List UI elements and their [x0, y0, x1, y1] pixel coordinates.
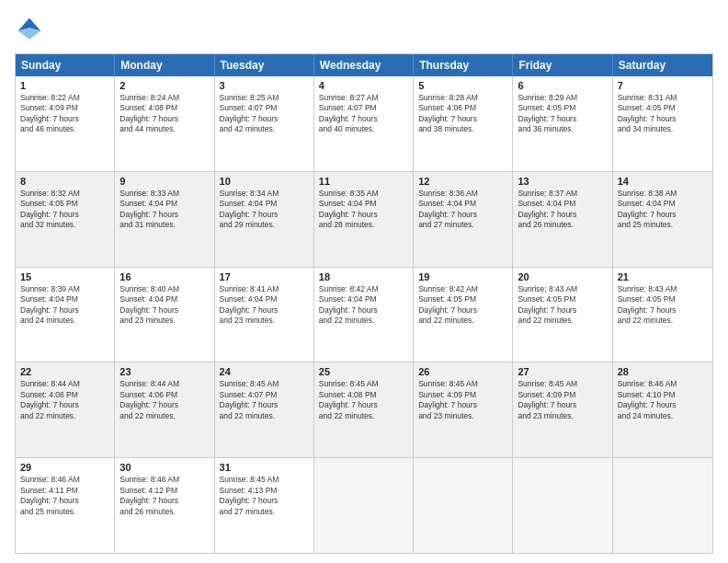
calendar-cell: 11Sunrise: 8:35 AM Sunset: 4:04 PM Dayli… — [314, 172, 414, 267]
calendar-cell: 30Sunrise: 8:46 AM Sunset: 4:12 PM Dayli… — [115, 458, 214, 553]
day-info: Sunrise: 8:45 AM Sunset: 4:13 PM Dayligh… — [220, 475, 309, 517]
day-number: 6 — [518, 80, 607, 91]
calendar-cell — [613, 458, 712, 553]
day-number: 12 — [418, 176, 507, 187]
calendar-cell: 31Sunrise: 8:45 AM Sunset: 4:13 PM Dayli… — [215, 458, 314, 553]
day-number: 3 — [220, 80, 309, 91]
day-info: Sunrise: 8:28 AM Sunset: 4:06 PM Dayligh… — [418, 93, 507, 135]
day-info: Sunrise: 8:25 AM Sunset: 4:07 PM Dayligh… — [220, 93, 309, 135]
calendar-cell: 26Sunrise: 8:45 AM Sunset: 4:09 PM Dayli… — [414, 362, 513, 457]
calendar-cell — [414, 458, 513, 553]
calendar-cell: 28Sunrise: 8:46 AM Sunset: 4:10 PM Dayli… — [613, 362, 712, 457]
day-number: 4 — [319, 80, 408, 91]
day-info: Sunrise: 8:42 AM Sunset: 4:05 PM Dayligh… — [418, 284, 507, 327]
day-info: Sunrise: 8:43 AM Sunset: 4:05 PM Dayligh… — [518, 284, 607, 327]
calendar-cell: 22Sunrise: 8:44 AM Sunset: 4:06 PM Dayli… — [16, 362, 115, 457]
calendar-cell: 4Sunrise: 8:27 AM Sunset: 4:07 PM Daylig… — [314, 76, 414, 171]
day-number: 20 — [518, 271, 607, 282]
day-number: 7 — [618, 80, 708, 91]
day-number: 22 — [20, 366, 109, 377]
calendar-week-3: 15Sunrise: 8:39 AM Sunset: 4:04 PM Dayli… — [16, 268, 712, 363]
calendar-week-1: 1Sunrise: 8:22 AM Sunset: 4:09 PM Daylig… — [16, 76, 712, 172]
day-info: Sunrise: 8:33 AM Sunset: 4:04 PM Dayligh… — [119, 189, 209, 231]
day-info: Sunrise: 8:45 AM Sunset: 4:08 PM Dayligh… — [319, 379, 408, 421]
day-number: 19 — [418, 271, 507, 282]
calendar-header: SundayMondayTuesdayWednesdayThursdayFrid… — [16, 54, 712, 76]
day-header-thursday: Thursday — [414, 54, 513, 76]
day-info: Sunrise: 8:46 AM Sunset: 4:12 PM Dayligh… — [119, 475, 209, 517]
calendar-cell: 6Sunrise: 8:29 AM Sunset: 4:05 PM Daylig… — [513, 76, 612, 171]
header — [15, 15, 713, 44]
calendar-cell: 21Sunrise: 8:43 AM Sunset: 4:05 PM Dayli… — [613, 268, 712, 362]
day-number: 28 — [618, 366, 708, 377]
logo-icon — [15, 15, 44, 44]
calendar-cell: 14Sunrise: 8:38 AM Sunset: 4:04 PM Dayli… — [613, 172, 712, 267]
day-number: 11 — [319, 176, 408, 187]
calendar-week-2: 8Sunrise: 8:32 AM Sunset: 4:05 PM Daylig… — [16, 172, 712, 268]
calendar-cell: 15Sunrise: 8:39 AM Sunset: 4:04 PM Dayli… — [16, 268, 115, 362]
day-header-sunday: Sunday — [16, 54, 115, 76]
calendar-cell: 17Sunrise: 8:41 AM Sunset: 4:04 PM Dayli… — [215, 268, 314, 362]
day-number: 27 — [518, 366, 607, 377]
day-number: 18 — [319, 271, 408, 282]
day-header-wednesday: Wednesday — [314, 54, 414, 76]
day-info: Sunrise: 8:37 AM Sunset: 4:04 PM Dayligh… — [518, 189, 607, 231]
day-header-tuesday: Tuesday — [215, 54, 314, 76]
calendar-cell: 23Sunrise: 8:44 AM Sunset: 4:06 PM Dayli… — [115, 362, 214, 457]
calendar-cell: 16Sunrise: 8:40 AM Sunset: 4:04 PM Dayli… — [115, 268, 214, 362]
calendar-week-4: 22Sunrise: 8:44 AM Sunset: 4:06 PM Dayli… — [16, 362, 712, 458]
day-info: Sunrise: 8:45 AM Sunset: 4:07 PM Dayligh… — [220, 379, 309, 421]
day-info: Sunrise: 8:31 AM Sunset: 4:05 PM Dayligh… — [618, 93, 708, 135]
day-header-monday: Monday — [115, 54, 214, 76]
day-info: Sunrise: 8:39 AM Sunset: 4:04 PM Dayligh… — [20, 284, 109, 327]
calendar-cell: 8Sunrise: 8:32 AM Sunset: 4:05 PM Daylig… — [16, 172, 115, 267]
calendar-cell: 1Sunrise: 8:22 AM Sunset: 4:09 PM Daylig… — [16, 76, 115, 171]
day-number: 29 — [20, 462, 109, 473]
calendar-cell — [513, 458, 612, 553]
day-info: Sunrise: 8:43 AM Sunset: 4:05 PM Dayligh… — [618, 284, 708, 327]
calendar-cell: 24Sunrise: 8:45 AM Sunset: 4:07 PM Dayli… — [215, 362, 314, 457]
day-info: Sunrise: 8:40 AM Sunset: 4:04 PM Dayligh… — [119, 284, 209, 327]
calendar: SundayMondayTuesdayWednesdayThursdayFrid… — [15, 53, 713, 554]
page: SundayMondayTuesdayWednesdayThursdayFrid… — [0, 0, 728, 563]
calendar-cell: 29Sunrise: 8:46 AM Sunset: 4:11 PM Dayli… — [16, 458, 115, 553]
calendar-cell: 3Sunrise: 8:25 AM Sunset: 4:07 PM Daylig… — [215, 76, 314, 171]
calendar-cell — [314, 458, 414, 553]
calendar-cell: 19Sunrise: 8:42 AM Sunset: 4:05 PM Dayli… — [414, 268, 513, 362]
day-number: 31 — [220, 462, 309, 473]
calendar-cell: 7Sunrise: 8:31 AM Sunset: 4:05 PM Daylig… — [613, 76, 712, 171]
day-info: Sunrise: 8:45 AM Sunset: 4:09 PM Dayligh… — [418, 379, 507, 421]
day-info: Sunrise: 8:24 AM Sunset: 4:08 PM Dayligh… — [119, 93, 209, 135]
calendar-cell: 20Sunrise: 8:43 AM Sunset: 4:05 PM Dayli… — [513, 268, 612, 362]
calendar-cell: 9Sunrise: 8:33 AM Sunset: 4:04 PM Daylig… — [115, 172, 214, 267]
day-info: Sunrise: 8:46 AM Sunset: 4:10 PM Dayligh… — [618, 379, 708, 421]
day-number: 10 — [220, 176, 309, 187]
day-info: Sunrise: 8:32 AM Sunset: 4:05 PM Dayligh… — [20, 189, 109, 231]
day-info: Sunrise: 8:44 AM Sunset: 4:06 PM Dayligh… — [20, 379, 109, 421]
day-number: 23 — [119, 366, 209, 377]
day-info: Sunrise: 8:29 AM Sunset: 4:05 PM Dayligh… — [518, 93, 607, 135]
day-info: Sunrise: 8:45 AM Sunset: 4:09 PM Dayligh… — [518, 379, 607, 421]
calendar-week-5: 29Sunrise: 8:46 AM Sunset: 4:11 PM Dayli… — [16, 458, 712, 553]
day-info: Sunrise: 8:46 AM Sunset: 4:11 PM Dayligh… — [20, 475, 109, 517]
day-info: Sunrise: 8:34 AM Sunset: 4:04 PM Dayligh… — [220, 189, 309, 231]
calendar-cell: 18Sunrise: 8:42 AM Sunset: 4:04 PM Dayli… — [314, 268, 414, 362]
day-info: Sunrise: 8:36 AM Sunset: 4:04 PM Dayligh… — [418, 189, 507, 231]
calendar-cell: 25Sunrise: 8:45 AM Sunset: 4:08 PM Dayli… — [314, 362, 414, 457]
day-info: Sunrise: 8:38 AM Sunset: 4:04 PM Dayligh… — [618, 189, 708, 231]
day-header-saturday: Saturday — [613, 54, 712, 76]
day-number: 17 — [220, 271, 309, 282]
day-number: 5 — [418, 80, 507, 91]
day-info: Sunrise: 8:22 AM Sunset: 4:09 PM Dayligh… — [20, 93, 109, 135]
calendar-cell: 2Sunrise: 8:24 AM Sunset: 4:08 PM Daylig… — [115, 76, 214, 171]
day-number: 15 — [20, 271, 109, 282]
calendar-cell: 13Sunrise: 8:37 AM Sunset: 4:04 PM Dayli… — [513, 172, 612, 267]
day-number: 1 — [20, 80, 109, 91]
day-number: 14 — [618, 176, 708, 187]
day-info: Sunrise: 8:27 AM Sunset: 4:07 PM Dayligh… — [319, 93, 408, 135]
day-number: 8 — [20, 176, 109, 187]
day-number: 9 — [119, 176, 209, 187]
calendar-cell: 27Sunrise: 8:45 AM Sunset: 4:09 PM Dayli… — [513, 362, 612, 457]
day-info: Sunrise: 8:35 AM Sunset: 4:04 PM Dayligh… — [319, 189, 408, 231]
calendar-cell: 5Sunrise: 8:28 AM Sunset: 4:06 PM Daylig… — [414, 76, 513, 171]
